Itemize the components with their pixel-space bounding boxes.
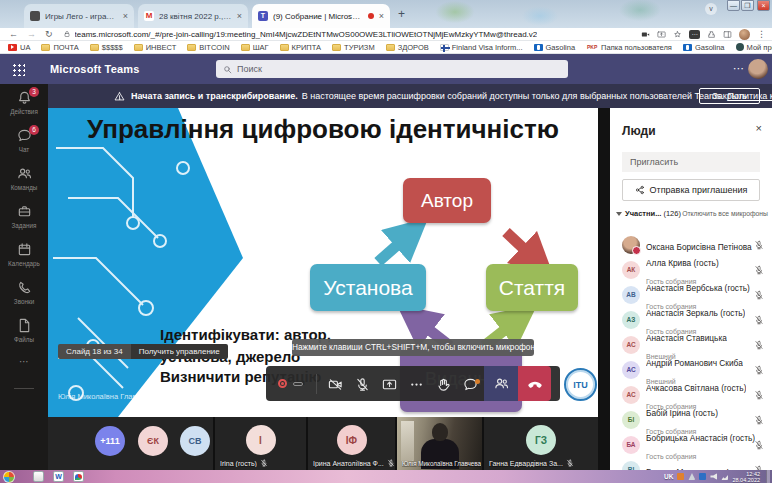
browser-tab-1[interactable]: Игры Лего - играть онлайн бес... × <box>24 4 134 28</box>
browser-tab-2[interactable]: M 28 квітня 2022 р., вебінар «Ген... × <box>138 4 248 28</box>
slide-counter: Слайд 18 из 34 <box>58 344 131 359</box>
send-invite-button[interactable]: Отправка приглашения <box>622 179 760 201</box>
people-panel-title: Люди <box>622 124 656 138</box>
rail-item-chat[interactable]: 6 Чат <box>0 126 48 162</box>
bookmark-profile[interactable]: Мой профиль • OL... <box>736 43 772 52</box>
banner-close-button[interactable]: Закрыть <box>699 88 760 104</box>
overflow-tile[interactable]: +111 ЄК СВ <box>48 417 213 470</box>
people-panel-close-icon[interactable]: × <box>756 122 762 134</box>
taskbar-word-icon[interactable]: W <box>53 471 64 482</box>
camera-off-button[interactable] <box>322 375 349 393</box>
taskbar-notepad-icon[interactable] <box>33 471 44 482</box>
chat-button[interactable] <box>457 375 484 393</box>
mic-tooltip: Нажмите клавиши CTRL+SHIFT+M, чтобы вклю… <box>292 339 534 356</box>
participant-avatar: ІФ <box>337 425 367 455</box>
bookmark-gasolina[interactable]: Gasolina <box>683 43 725 52</box>
tab-close-icon[interactable]: × <box>123 11 128 21</box>
extension-icon[interactable]: ⋯ <box>689 30 700 39</box>
bookmark-star-icon[interactable] <box>673 30 682 39</box>
bookmark-folder[interactable]: ЗДОРОВ <box>386 43 429 52</box>
network-icon[interactable] <box>721 473 728 480</box>
folder-icon <box>41 44 50 51</box>
browser-profile-avatar[interactable] <box>739 29 750 40</box>
tray-icon[interactable] <box>699 473 706 480</box>
rail-item-calls[interactable]: Звонки <box>0 278 48 314</box>
share-invite-icon <box>635 185 645 195</box>
invite-input[interactable] <box>622 152 760 172</box>
bookmark-folder[interactable]: КРИПТА <box>280 43 322 52</box>
bookmark-folder[interactable]: $$$$$ <box>90 43 123 52</box>
extensions-puzzle-icon[interactable] <box>707 30 716 39</box>
participant-row[interactable]: БА Бобрицька Анастасія (гость)Гость собр… <box>610 432 772 457</box>
search-icon <box>223 65 232 74</box>
rail-item-activity[interactable]: 3 Действия <box>0 88 48 124</box>
video-tile[interactable]: ГЗ Ганна Едвардівна За... <box>482 417 598 470</box>
browser-tab-3-active[interactable]: T (9) Собрание | Microsoft Te... × <box>252 4 390 28</box>
take-control-button[interactable]: Получить управление <box>131 344 228 359</box>
window-minimize-button[interactable]: — <box>727 0 740 11</box>
browser-menu-icon[interactable]: ⋮ <box>757 29 766 39</box>
screen: Игры Лего - играть онлайн бес... × M 28 … <box>0 0 772 483</box>
teams-user-avatar[interactable] <box>748 59 768 79</box>
participant-avatar: АК <box>622 261 640 279</box>
window-close-button[interactable]: × <box>757 0 770 11</box>
show-desktop-button[interactable] <box>766 470 770 483</box>
video-tile[interactable]: І Irina (гость) <box>213 417 306 470</box>
tab-search-chevron-icon[interactable]: v <box>705 3 717 15</box>
bookmark-folder[interactable]: ПОЧТА <box>41 43 78 52</box>
app-launcher-icon[interactable] <box>12 63 25 76</box>
bookmark-folder[interactable]: BITCOIN <box>187 43 229 52</box>
tray-show-hidden-icon[interactable] <box>688 473 695 480</box>
pkp-icon: PKP <box>586 44 598 51</box>
participant-row[interactable]: ВІ Василь Максимович Іванов <box>610 457 772 470</box>
rail-more-icon[interactable]: ⋯ <box>0 356 48 367</box>
bookmark-folder[interactable]: ТУРИЗМ <box>332 43 375 52</box>
rail-item-calendar[interactable]: Календарь <box>0 240 48 276</box>
back-icon[interactable]: ← <box>9 28 18 41</box>
mic-off-button[interactable] <box>349 375 376 393</box>
slide-control-chip: Слайд 18 из 34 Получить управление <box>58 344 228 359</box>
taskbar-paint-icon[interactable] <box>73 471 84 482</box>
teams-more-menu-icon[interactable]: ⋯ <box>733 62 744 75</box>
window-restore-button[interactable]: ❐ <box>741 0 754 11</box>
camera-in-use-icon[interactable] <box>641 30 650 39</box>
bookmark-youtube[interactable]: UA <box>8 43 30 52</box>
share-page-icon[interactable] <box>657 30 666 39</box>
video-tile[interactable]: ІФ Ірина Анатоліївна Ф... <box>306 417 395 470</box>
language-indicator[interactable]: UK <box>664 473 673 480</box>
bookmark-user-folder[interactable]: PKPПапка пользователя <box>586 43 672 52</box>
mute-all-link[interactable]: Отключить все микрофоны <box>682 210 768 217</box>
tab-close-icon[interactable]: × <box>379 11 384 21</box>
taskbar-clock[interactable]: 12:42 28.04.2022 <box>732 471 760 483</box>
bookmark-folder[interactable]: ШАГ <box>241 43 269 52</box>
omnibox[interactable]: teams.microsoft.com/_#/pre-join-calling/… <box>63 30 623 39</box>
participant-filmstrip: +111 ЄК СВ І Irina (гость) ІФ Ірина Анат… <box>48 417 598 470</box>
new-tab-button[interactable]: + <box>398 7 405 21</box>
split-view-icon[interactable] <box>723 30 732 39</box>
chevron-down-icon[interactable] <box>616 212 622 216</box>
page-url[interactable]: teams.microsoft.com/_#/pre-join-calling/… <box>75 30 538 39</box>
rail-item-files[interactable]: Файлы <box>0 316 48 352</box>
tab-close-icon[interactable]: × <box>237 11 242 21</box>
more-actions-button[interactable] <box>403 375 430 393</box>
participants-button-active[interactable] <box>484 366 518 401</box>
tray-icon[interactable] <box>677 473 684 480</box>
bookmark-finland[interactable]: Finland Visa Inform... <box>440 43 523 52</box>
mic-off-icon <box>754 361 764 379</box>
hang-up-button[interactable] <box>518 366 551 401</box>
video-tile-camera-on[interactable]: Юлія Миколаївна Главчева <box>395 417 482 470</box>
reload-icon[interactable]: ↻ <box>45 28 53 41</box>
participant-avatar: І <box>246 425 276 455</box>
rail-item-assignments[interactable]: Задания <box>0 202 48 238</box>
volume-icon[interactable] <box>710 473 717 480</box>
bookmark-folder[interactable]: ИНВЕСТ <box>134 43 177 52</box>
rail-item-teams[interactable]: Команды <box>0 164 48 200</box>
bookmark-gasolina[interactable]: Gasolina <box>534 43 576 52</box>
share-screen-button[interactable] <box>376 375 403 393</box>
start-button[interactable] <box>3 471 15 483</box>
raise-hand-button[interactable] <box>430 375 457 393</box>
participant-avatar: АЗ <box>622 311 640 329</box>
teams-search-box[interactable]: Поиск <box>216 60 568 78</box>
forward-icon[interactable]: → <box>27 28 36 41</box>
briefcase-icon <box>17 204 32 219</box>
